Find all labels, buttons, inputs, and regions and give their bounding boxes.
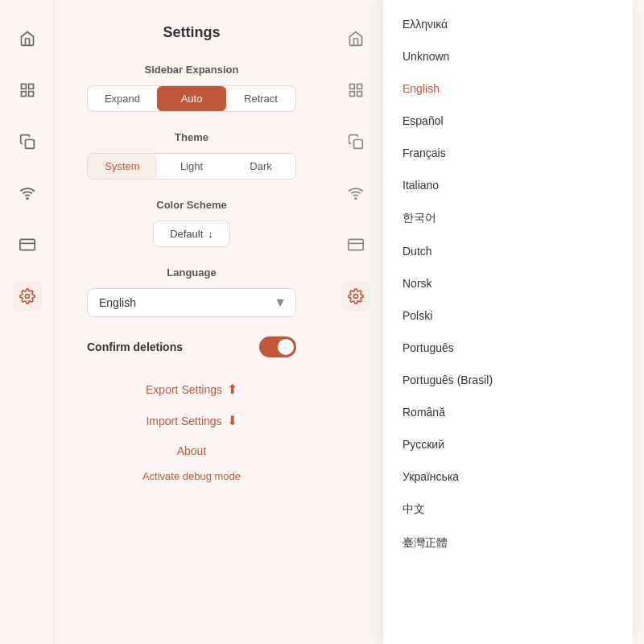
language-option[interactable]: 한국어 xyxy=(383,201,633,235)
color-scheme-value: Default xyxy=(170,228,203,240)
language-wrapper: English Español Français Dutch ▼ xyxy=(87,288,296,317)
import-settings-link[interactable]: Import Settings ⬇ xyxy=(87,413,296,428)
language-option[interactable]: Norsk xyxy=(383,267,633,299)
svg-point-14 xyxy=(355,198,357,200)
language-option[interactable]: Русский xyxy=(383,428,633,460)
export-settings-label: Export Settings xyxy=(146,383,222,396)
svg-point-17 xyxy=(354,295,358,299)
language-option[interactable]: Dutch xyxy=(383,235,633,267)
svg-rect-10 xyxy=(357,85,362,89)
language-option[interactable]: Español xyxy=(383,105,633,137)
sidebar-grid[interactable] xyxy=(13,76,42,105)
import-settings-label: Import Settings xyxy=(146,415,221,427)
svg-rect-13 xyxy=(354,140,363,149)
export-icon: ⬆ xyxy=(227,382,237,397)
sidebar-card[interactable] xyxy=(13,230,42,259)
svg-rect-4 xyxy=(25,140,34,149)
language-option[interactable]: Unknown xyxy=(383,40,633,72)
svg-rect-11 xyxy=(350,92,355,97)
svg-point-8 xyxy=(25,295,29,299)
system-theme-button[interactable]: System xyxy=(88,154,157,179)
auto-button[interactable]: Auto xyxy=(157,86,226,111)
svg-rect-2 xyxy=(21,92,26,97)
theme-group: System Light Dark xyxy=(87,153,296,180)
language-option[interactable]: Polski xyxy=(383,299,633,332)
sidebar-settings[interactable] xyxy=(13,282,42,311)
about-link[interactable]: About xyxy=(87,444,296,457)
mini-wifi[interactable] xyxy=(341,179,370,208)
color-scheme-label: Color Scheme xyxy=(87,199,296,211)
svg-rect-6 xyxy=(19,239,34,250)
language-option[interactable]: Українська xyxy=(383,460,633,493)
language-option[interactable]: Italiano xyxy=(383,169,633,201)
language-select[interactable]: English Español Français Dutch xyxy=(87,288,296,317)
toggle-thumb xyxy=(278,339,294,355)
svg-rect-3 xyxy=(28,92,33,97)
debug-link[interactable]: Activate debug mode xyxy=(87,470,296,482)
confirm-deletions-toggle[interactable] xyxy=(259,336,296,357)
svg-rect-0 xyxy=(21,85,26,89)
svg-rect-9 xyxy=(350,85,355,89)
page-title: Settings xyxy=(87,24,296,41)
language-option[interactable]: Français xyxy=(383,137,633,169)
dark-theme-button[interactable]: Dark xyxy=(226,154,295,179)
language-option[interactable]: English xyxy=(383,72,633,105)
theme-label: Theme xyxy=(87,131,296,143)
left-sidebar xyxy=(0,0,55,644)
language-option[interactable]: Português xyxy=(383,332,633,364)
sidebar-home[interactable] xyxy=(13,24,42,53)
language-label: Language xyxy=(87,266,296,279)
mini-card[interactable] xyxy=(341,230,370,259)
language-option[interactable]: Ελληνικά xyxy=(383,8,633,40)
retract-button[interactable]: Retract xyxy=(226,86,295,111)
sidebar-expansion-label: Sidebar Expansion xyxy=(87,64,296,76)
sidebar-wifi[interactable] xyxy=(13,179,42,208)
language-option[interactable]: Português (Brasil) xyxy=(383,364,633,396)
mini-home[interactable] xyxy=(341,24,370,53)
sidebar-expansion-group: Expand Auto Retract xyxy=(87,85,296,112)
expand-button[interactable]: Expand xyxy=(88,86,157,111)
mini-settings[interactable] xyxy=(341,282,370,311)
settings-panel: Settings Sidebar Expansion Expand Auto R… xyxy=(55,0,328,644)
light-theme-button[interactable]: Light xyxy=(157,154,226,179)
mini-copy[interactable] xyxy=(341,127,370,156)
mini-grid[interactable] xyxy=(341,76,370,105)
language-option[interactable]: Română xyxy=(383,396,633,428)
svg-rect-15 xyxy=(349,239,363,250)
language-option[interactable]: 中文 xyxy=(383,493,633,526)
color-scheme-arrow: ↓ xyxy=(208,228,213,240)
import-icon: ⬇ xyxy=(227,413,237,428)
sidebar-copy[interactable] xyxy=(13,127,42,156)
color-scheme-button[interactable]: Default ↓ xyxy=(153,221,230,247)
export-settings-link[interactable]: Export Settings ⬆ xyxy=(87,382,296,397)
svg-point-5 xyxy=(27,198,28,200)
svg-rect-12 xyxy=(357,92,362,97)
language-option[interactable]: 臺灣正體 xyxy=(383,526,633,560)
language-dropdown[interactable]: ΕλληνικάUnknownEnglishEspañolFrançaisIta… xyxy=(383,0,633,644)
svg-rect-1 xyxy=(28,85,33,89)
confirm-deletions-row: Confirm deletions xyxy=(87,336,296,357)
confirm-deletions-label: Confirm deletions xyxy=(87,341,183,353)
right-mini-sidebar xyxy=(328,0,383,644)
